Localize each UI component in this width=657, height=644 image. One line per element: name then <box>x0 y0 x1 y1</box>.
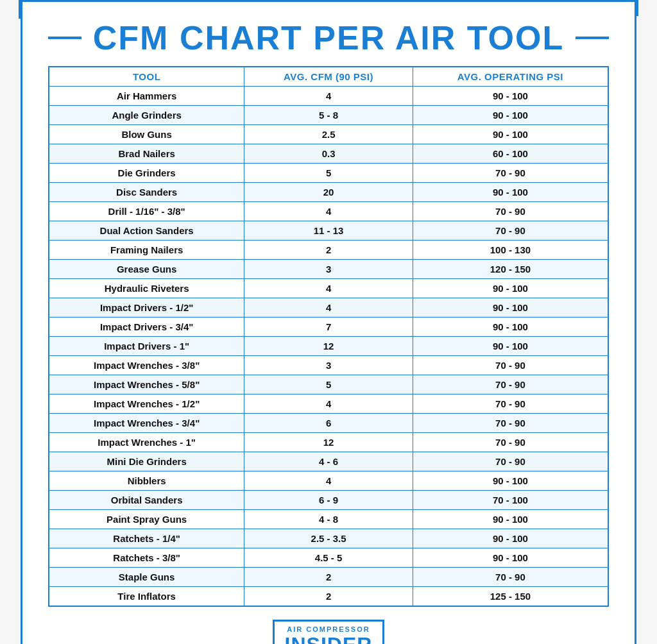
psi-value: 70 - 90 <box>413 375 608 394</box>
psi-value: 90 - 100 <box>413 548 608 568</box>
psi-value: 70 - 100 <box>413 491 608 510</box>
cfm-value: 4 - 8 <box>244 510 413 529</box>
table-row: Impact Wrenches - 5/8"570 - 90 <box>49 375 608 394</box>
table-row: Air Hammers490 - 100 <box>49 87 608 106</box>
table-row: Drill - 1/16" - 3/8"470 - 90 <box>49 202 608 221</box>
cfm-value: 6 <box>244 414 413 433</box>
psi-value: 90 - 100 <box>413 471 608 491</box>
tool-name: Dual Action Sanders <box>49 221 244 241</box>
cfm-value: 4 <box>244 202 413 221</box>
psi-value: 70 - 90 <box>413 221 608 241</box>
psi-value: 90 - 100 <box>413 318 608 337</box>
table-row: Impact Wrenches - 1"1270 - 90 <box>49 433 608 452</box>
cfm-value: 4 <box>244 471 413 491</box>
psi-value: 70 - 90 <box>413 452 608 471</box>
tool-name: Mini Die Grinders <box>49 452 244 471</box>
psi-value: 70 - 90 <box>413 394 608 414</box>
table-row: Ratchets - 1/4"2.5 - 3.590 - 100 <box>49 529 608 548</box>
cfm-value: 12 <box>244 337 413 356</box>
logo-box: AIR COMPRESSOR INSIDER <box>273 620 385 644</box>
tool-name: Drill - 1/16" - 3/8" <box>49 202 244 221</box>
cfm-value: 11 - 13 <box>244 221 413 241</box>
cfm-value: 2 <box>244 241 413 260</box>
table-row: Mini Die Grinders4 - 670 - 90 <box>49 452 608 471</box>
logo-bottom-text: INSIDER <box>285 633 373 644</box>
cfm-value: 4 <box>244 279 413 298</box>
table-row: Paint Spray Guns4 - 890 - 100 <box>49 510 608 529</box>
tool-name: Impact Wrenches - 1/2" <box>49 394 244 414</box>
tool-name: Brad Nailers <box>49 144 244 164</box>
tool-name: Impact Drivers - 3/4" <box>49 318 244 337</box>
cfm-value: 4.5 - 5 <box>244 548 413 568</box>
corner-decoration-tr <box>620 0 638 16</box>
table-header: TOOL AVG. CFM (90 PSI) AVG. OPERATING PS… <box>49 67 608 87</box>
psi-value: 120 - 150 <box>413 260 608 279</box>
col-tool: TOOL <box>49 67 244 87</box>
psi-value: 60 - 100 <box>413 144 608 164</box>
psi-value: 90 - 100 <box>413 125 608 144</box>
title-line-right <box>576 37 609 39</box>
psi-value: 90 - 100 <box>413 337 608 356</box>
table-row: Dual Action Sanders11 - 1370 - 90 <box>49 221 608 241</box>
table-row: Impact Wrenches - 3/4"670 - 90 <box>49 414 608 433</box>
col-psi: AVG. OPERATING PSI <box>413 67 608 87</box>
tool-name: Ratchets - 1/4" <box>49 529 244 548</box>
table-row: Orbital Sanders6 - 970 - 100 <box>49 491 608 510</box>
cfm-value: 12 <box>244 433 413 452</box>
psi-value: 90 - 100 <box>413 279 608 298</box>
table-row: Tire Inflators2125 - 150 <box>49 587 608 607</box>
cfm-value: 0.3 <box>244 144 413 164</box>
table-row: Impact Wrenches - 3/8"370 - 90 <box>49 356 608 375</box>
cfm-value: 2 <box>244 587 413 607</box>
psi-value: 90 - 100 <box>413 183 608 202</box>
table-row: Ratchets - 3/8"4.5 - 590 - 100 <box>49 548 608 568</box>
psi-value: 90 - 100 <box>413 87 608 106</box>
page-title: CFM CHART PER AIR TOOL <box>81 21 576 55</box>
table-row: Impact Drivers - 1/2"490 - 100 <box>49 298 608 318</box>
psi-value: 70 - 90 <box>413 568 608 587</box>
logo-top-text: AIR COMPRESSOR <box>285 625 373 633</box>
footer-logo-area: AIR COMPRESSOR INSIDER <box>48 620 609 644</box>
cfm-value: 4 - 6 <box>244 452 413 471</box>
table-row: Nibblers490 - 100 <box>49 471 608 491</box>
psi-value: 90 - 100 <box>413 298 608 318</box>
table-row: Impact Drivers - 1"1290 - 100 <box>49 337 608 356</box>
table-row: Disc Sanders2090 - 100 <box>49 183 608 202</box>
table-row: Brad Nailers0.360 - 100 <box>49 144 608 164</box>
psi-value: 125 - 150 <box>413 587 608 607</box>
cfm-value: 2 <box>244 568 413 587</box>
tool-name: Impact Drivers - 1/2" <box>49 298 244 318</box>
tool-name: Staple Guns <box>49 568 244 587</box>
psi-value: 70 - 90 <box>413 414 608 433</box>
title-area: CFM CHART PER AIR TOOL <box>48 21 609 55</box>
cfm-value: 5 <box>244 375 413 394</box>
table-row: Framing Nailers2100 - 130 <box>49 241 608 260</box>
cfm-value: 3 <box>244 356 413 375</box>
tool-name: Blow Guns <box>49 125 244 144</box>
tool-name: Grease Guns <box>49 260 244 279</box>
table-row: Blow Guns2.590 - 100 <box>49 125 608 144</box>
tool-name: Tire Inflators <box>49 587 244 607</box>
tool-name: Impact Drivers - 1" <box>49 337 244 356</box>
tool-name: Framing Nailers <box>49 241 244 260</box>
psi-value: 70 - 90 <box>413 433 608 452</box>
tool-name: Nibblers <box>49 471 244 491</box>
cfm-value: 2.5 - 3.5 <box>244 529 413 548</box>
psi-value: 90 - 100 <box>413 529 608 548</box>
cfm-value: 5 <box>244 164 413 183</box>
tool-name: Disc Sanders <box>49 183 244 202</box>
psi-value: 90 - 100 <box>413 106 608 125</box>
title-line-left <box>48 37 81 39</box>
tool-name: Paint Spray Guns <box>49 510 244 529</box>
tool-name: Impact Wrenches - 3/4" <box>49 414 244 433</box>
cfm-table: TOOL AVG. CFM (90 PSI) AVG. OPERATING PS… <box>48 66 609 607</box>
main-card: CFM CHART PER AIR TOOL TOOL AVG. CFM (90… <box>21 0 636 644</box>
psi-value: 90 - 100 <box>413 510 608 529</box>
tool-name: Hydraulic Riveters <box>49 279 244 298</box>
tool-name: Impact Wrenches - 3/8" <box>49 356 244 375</box>
table-row: Hydraulic Riveters490 - 100 <box>49 279 608 298</box>
psi-value: 70 - 90 <box>413 202 608 221</box>
cfm-value: 4 <box>244 87 413 106</box>
tool-name: Ratchets - 3/8" <box>49 548 244 568</box>
cfm-value: 7 <box>244 318 413 337</box>
